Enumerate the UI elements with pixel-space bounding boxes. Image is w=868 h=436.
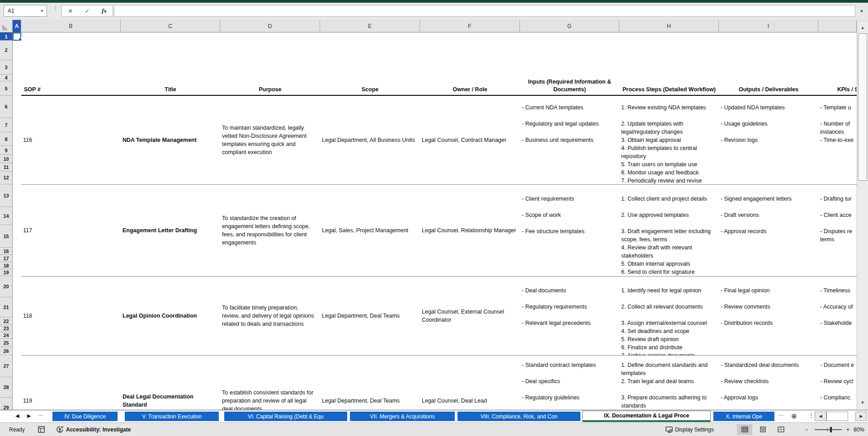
cell-steps[interactable]: 1. Identify need for legal opinion2. Col…	[619, 277, 719, 355]
cell-inputs[interactable]: - Standard contract templates- Deal spec…	[520, 356, 619, 410]
row-header-13[interactable]: 13	[0, 184, 12, 207]
zoom-slider-thumb[interactable]	[830, 427, 832, 432]
column-header-A[interactable]: A	[13, 20, 21, 32]
column-header-F[interactable]: F	[420, 20, 520, 32]
tab-scrollbar-thumb[interactable]	[826, 412, 848, 421]
row-header-24[interactable]: 24	[0, 332, 12, 339]
row-header-10[interactable]: 10	[0, 155, 12, 163]
name-box[interactable]: A1 ▼	[4, 5, 47, 17]
cell-sop[interactable]: 118	[21, 277, 121, 355]
vertical-scrollbar[interactable]: ▲ ▼	[857, 22, 868, 409]
row-header-16[interactable]: 16	[0, 248, 12, 255]
cell-kpis[interactable]: - Timeliness- Accuracy of- Stakeholde	[818, 277, 857, 355]
row-header-21[interactable]: 21	[0, 297, 12, 317]
macro-record-icon[interactable]	[38, 423, 45, 436]
row-header-26[interactable]: 26	[0, 347, 12, 355]
row-header-22[interactable]: 22	[0, 317, 12, 325]
cell-scope[interactable]: Legal, Sales, Project Management	[320, 185, 420, 276]
cancel-button[interactable]: ✕	[64, 8, 77, 14]
row-header-14[interactable]: 14	[0, 207, 12, 225]
row-header-2[interactable]: 2	[0, 41, 12, 60]
cell-title[interactable]: Deal Legal Documentation Standard	[121, 356, 220, 410]
column-header-partial[interactable]	[818, 20, 857, 32]
column-header-G[interactable]: G	[520, 20, 619, 32]
name-box-dropdown-icon[interactable]: ▼	[40, 9, 44, 13]
sheet-tab-0[interactable]: IV. Due Diligence	[52, 412, 118, 421]
cell-owner[interactable]: Legal Counsel, Relationship Manager	[420, 185, 520, 276]
cell-sop[interactable]: 119	[21, 356, 121, 410]
select-all-corner[interactable]	[0, 20, 13, 32]
cell-outputs[interactable]: - Standardized deal documents- Review ch…	[719, 356, 818, 410]
row-header-8[interactable]: 8	[0, 132, 12, 146]
tab-scroll-left-icon[interactable]: ◀	[15, 413, 19, 419]
tab-more-icon[interactable]: ⋮	[808, 412, 814, 419]
tab-ellipsis-left[interactable]: …	[38, 411, 43, 417]
row-header-3[interactable]: 3	[0, 60, 12, 75]
row-header-19[interactable]: 19	[0, 269, 12, 276]
normal-view-button[interactable]	[737, 424, 752, 435]
row-header-27[interactable]: 27	[0, 355, 12, 377]
insert-function-button[interactable]: fx	[97, 7, 111, 14]
tab-scroll-right-icon[interactable]: ▶	[27, 413, 31, 419]
cell-sop[interactable]: 116	[21, 96, 121, 184]
cell-inputs[interactable]: - Client requirements- Scope of work- Fe…	[520, 185, 619, 276]
column-header-H[interactable]: H	[619, 20, 719, 32]
cell-owner[interactable]: Legal Counsel, External Counsel Coordina…	[420, 277, 520, 355]
cell-kpis[interactable]: - Template u- Number ofinstances- Time-t…	[818, 96, 857, 184]
sheet-grid[interactable]: Investment Banking SOPs IX. Documentatio…	[13, 33, 857, 410]
row-header-9[interactable]: 9	[0, 146, 12, 155]
cell-inputs[interactable]: - Deal documents- Regulatory requirement…	[520, 277, 619, 355]
cell-purpose[interactable]: To establish consistent standards for pr…	[220, 356, 320, 410]
sheet-section-title-cell[interactable]: IX. Documentation & Legal Processes SOPs	[21, 60, 857, 75]
column-header-D[interactable]: D	[220, 20, 320, 32]
cell-kpis[interactable]: - Document e- Review cycl- Complianc	[818, 356, 857, 410]
cell-kpis[interactable]: - Drafting tur- Client acce- Disputes re…	[818, 185, 857, 276]
scroll-up-icon[interactable]: ▲	[858, 23, 867, 33]
formula-bar-expand-icon[interactable]: ▼	[858, 7, 866, 15]
sheet-tab-3[interactable]: VII. Mergers & Acquisitions	[350, 412, 455, 421]
row-header-28[interactable]: 28	[0, 377, 12, 398]
row-header-29[interactable]: 29	[0, 398, 12, 410]
formula-input[interactable]	[114, 5, 855, 17]
row-header-11[interactable]: 11	[0, 163, 12, 171]
cell-steps[interactable]: 1. Define document standards and templat…	[619, 356, 719, 410]
tab-scrollbar-right-icon[interactable]: ▶	[855, 412, 867, 421]
row-header-15[interactable]: 15	[0, 225, 12, 248]
column-header-E[interactable]: E	[320, 20, 420, 32]
page-break-view-button[interactable]	[773, 424, 788, 435]
display-settings-label[interactable]: Display Settings	[675, 423, 714, 436]
cell-scope[interactable]: Legal Department, Deal Teams	[320, 356, 420, 410]
workbook-title-cell[interactable]: Investment Banking SOPs	[21, 41, 857, 60]
cell-title[interactable]: Legal Opinion Coordination	[121, 277, 220, 355]
cell-inputs[interactable]: - Current NDA templates- Regulatory and …	[520, 96, 619, 184]
zoom-in-icon[interactable]: +	[846, 423, 849, 436]
zoom-level[interactable]: 80%	[854, 423, 864, 436]
enter-button[interactable]: ✓	[80, 8, 94, 14]
cell-purpose[interactable]: To maintain standardized, legally vetted…	[220, 96, 320, 184]
column-header-I[interactable]: I	[719, 20, 818, 32]
column-header-C[interactable]: C	[121, 20, 220, 32]
cell-purpose[interactable]: To facilitate timely preparation, review…	[220, 277, 320, 355]
row-header-25[interactable]: 25	[0, 339, 12, 347]
accessibility-status[interactable]: Accessibility: Investigate	[66, 423, 131, 436]
sheet-tab-4[interactable]: VIII. Compliance, Risk, and Con	[458, 412, 580, 421]
row-header-17[interactable]: 17	[0, 255, 12, 262]
add-sheet-icon[interactable]: ⊕	[791, 412, 797, 420]
cell-purpose[interactable]: To standardize the creation of engagemen…	[220, 185, 320, 276]
cell-sop[interactable]: 117	[21, 185, 121, 276]
cell-outputs[interactable]: - Signed engagement letters- Draft versi…	[719, 185, 818, 276]
row-header-4[interactable]: 4	[0, 75, 12, 81]
page-layout-view-button[interactable]	[755, 424, 770, 435]
row-header-23[interactable]: 23	[0, 325, 12, 332]
row-header-20[interactable]: 20	[0, 276, 12, 297]
scroll-down-icon[interactable]: ▼	[858, 398, 867, 408]
cell-steps[interactable]: 1. Review existing NDA templates2. Updat…	[619, 96, 719, 184]
cell-outputs[interactable]: - Updated NDA templates- Usage guideline…	[719, 96, 818, 184]
cell-scope[interactable]: Legal Department, Deal Teams	[320, 277, 420, 355]
cell-steps[interactable]: 1. Collect client and project details2. …	[619, 185, 719, 276]
zoom-out-icon[interactable]: −	[805, 423, 808, 436]
sheet-tab-6[interactable]: X. Internal Ope	[713, 412, 774, 421]
vertical-scrollbar-thumb[interactable]	[858, 33, 867, 181]
cell-owner[interactable]: Legal Counsel, Contract Manager	[420, 96, 520, 184]
sheet-tab-1[interactable]: V. Transaction Execution	[125, 412, 219, 421]
